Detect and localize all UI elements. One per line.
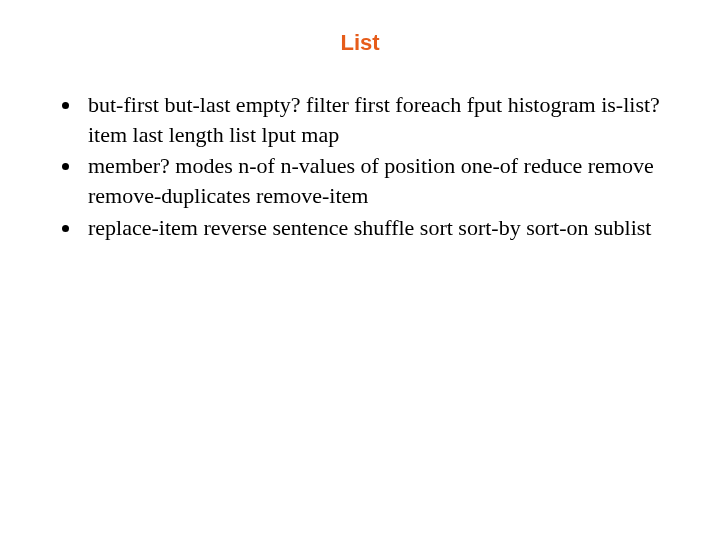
bullet-list: but-first but-last empty? filter first f… xyxy=(0,90,720,242)
slide-title: List xyxy=(0,0,720,90)
list-item: member? modes n-of n-values of position … xyxy=(82,151,660,210)
list-item: replace-item reverse sentence shuffle so… xyxy=(82,213,660,243)
list-item: but-first but-last empty? filter first f… xyxy=(82,90,660,149)
